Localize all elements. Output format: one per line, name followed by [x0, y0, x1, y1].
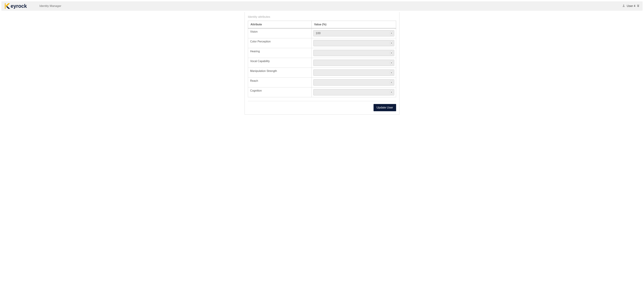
col-header-value: Value (%) — [312, 21, 396, 29]
value-stepper[interactable]: ▲▼ — [314, 79, 394, 86]
attributes-panel: Identity attributes Attribute Value (%) … — [244, 12, 400, 115]
attr-value-cell: ▲▼ — [312, 48, 396, 58]
user-icon — [622, 4, 625, 8]
attr-name-cell: Cognition — [248, 87, 312, 97]
svg-text:eyrock: eyrock — [11, 3, 27, 9]
table-row: Vocal Capability▲▼ — [248, 58, 396, 68]
attr-name-cell: Vocal Capability — [248, 58, 312, 68]
update-user-button[interactable]: Update User — [374, 104, 396, 111]
chevron-double-down-icon — [637, 5, 639, 8]
attr-name-cell: Reach — [248, 78, 312, 87]
user-label: User 4 — [627, 4, 636, 8]
value-stepper[interactable]: ▲▼ — [314, 40, 394, 46]
brand-subtitle: Identity Manager — [40, 4, 61, 8]
attr-name-cell: Color Perception — [248, 38, 312, 48]
user-menu[interactable]: User 4 — [622, 4, 639, 8]
table-row: Manipulation Strength▲▼ — [248, 68, 396, 78]
stepper-icon[interactable]: ▲▼ — [390, 81, 393, 84]
stepper-icon[interactable]: ▲▼ — [390, 90, 393, 94]
table-row: Vision100▲▼ — [248, 28, 396, 38]
divider — [248, 101, 396, 101]
attr-value-cell: ▲▼ — [312, 78, 396, 87]
attr-value-cell: 100▲▼ — [312, 28, 396, 38]
table-row: Cognition▲▼ — [248, 87, 396, 97]
col-header-attribute: Attribute — [248, 21, 312, 29]
brand: eyrock Identity Manager — [5, 3, 61, 9]
main-area: Identity attributes Attribute Value (%) … — [0, 12, 644, 115]
attr-name-cell: Vision — [248, 28, 312, 38]
attr-name-cell: Hearing — [248, 48, 312, 58]
stepper-icon[interactable]: ▲▼ — [390, 31, 393, 35]
stepper-icon[interactable]: ▲▼ — [390, 71, 393, 75]
table-row: Reach▲▼ — [248, 78, 396, 87]
value-stepper[interactable]: 100▲▼ — [314, 30, 394, 36]
attr-value-cell: ▲▼ — [312, 38, 396, 48]
value-stepper[interactable]: ▲▼ — [314, 60, 394, 66]
attr-value-cell: ▲▼ — [312, 68, 396, 78]
stepper-icon[interactable]: ▲▼ — [390, 41, 393, 45]
keyrock-logo: eyrock — [5, 3, 36, 9]
table-row: Hearing▲▼ — [248, 48, 396, 58]
attr-name-cell: Manipulation Strength — [248, 68, 312, 78]
value-stepper[interactable]: ▲▼ — [314, 70, 394, 76]
value-stepper[interactable]: ▲▼ — [314, 89, 394, 95]
section-title: Identity attributes — [248, 12, 396, 21]
topbar: eyrock Identity Manager User 4 — [2, 2, 642, 11]
svg-point-1 — [623, 5, 624, 6]
value-stepper[interactable]: ▲▼ — [314, 50, 394, 56]
value-text: 100 — [316, 32, 320, 35]
stepper-icon[interactable]: ▲▼ — [390, 51, 393, 55]
table-row: Color Perception▲▼ — [248, 38, 396, 48]
attributes-table: Attribute Value (%) Vision100▲▼Color Per… — [248, 21, 396, 97]
form-actions: Update User — [248, 104, 396, 111]
attr-value-cell: ▲▼ — [312, 58, 396, 68]
stepper-icon[interactable]: ▲▼ — [390, 61, 393, 65]
attr-value-cell: ▲▼ — [312, 87, 396, 97]
